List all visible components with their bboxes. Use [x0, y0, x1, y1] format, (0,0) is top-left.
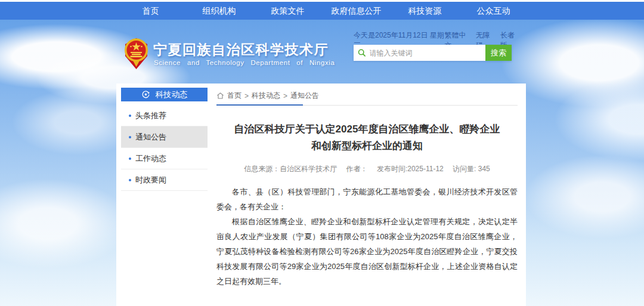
circular-arrow-star-icon — [141, 90, 150, 99]
cloud-decoration — [555, 78, 644, 161]
site-subtitle-english: Science and Technology Department of Nin… — [154, 59, 335, 66]
sidebar-item-label: 头条推荐 — [135, 110, 166, 121]
article-body: 各市、县（区）科技管理部门，宁东能源化工基地管委会，银川经济技术开发区管委会，各… — [216, 184, 518, 289]
sidebar-item-label: 工作动态 — [135, 153, 166, 164]
breadcrumb-divider — [216, 105, 518, 106]
sidebar: 科技动态 头条推荐 通知公告 工作动态 时政要闻 — [121, 88, 208, 191]
nav-item-gov-info[interactable]: 政府信息公开 — [322, 2, 391, 20]
nav-item-home[interactable]: 首页 — [116, 2, 185, 20]
sidebar-list: 头条推荐 通知公告 工作动态 时政要闻 — [121, 105, 208, 191]
breadcrumb-separator: > — [283, 92, 287, 100]
meta-source: 信息来源：自治区科学技术厅 — [244, 165, 337, 173]
meta-author: 作者： — [346, 165, 368, 173]
search-bar: 搜索 — [354, 45, 512, 61]
nav-item-policy[interactable]: 政策文件 — [253, 2, 322, 20]
sidebar-title: 科技动态 — [156, 89, 188, 100]
breadcrumb-tech-dynamics[interactable]: 科技动态 — [252, 91, 280, 101]
sidebar-item-label: 时政要闻 — [135, 175, 166, 186]
meta-views: 访问量: 345 — [453, 165, 490, 173]
breadcrumb: 首页 > 科技动态 > 通知公告 — [216, 84, 518, 101]
breadcrumb-notices[interactable]: 通知公告 — [290, 91, 319, 101]
page: 首页 组织机构 政策文件 政府信息公开 科技资源 公众互动 宁夏回族自治区科学技… — [0, 0, 644, 306]
home-icon — [216, 92, 224, 100]
content-panel: 科技动态 头条推荐 通知公告 工作动态 时政要闻 — [116, 84, 526, 306]
bullet-icon — [129, 115, 131, 117]
sidebar-item-notices[interactable]: 通知公告 — [121, 126, 208, 148]
meta-publish-time: 发布时间:2025-11-12 — [377, 165, 444, 173]
nav-items: 首页 组织机构 政策文件 政府信息公开 科技资源 公众互动 — [116, 2, 528, 20]
bullet-icon — [129, 136, 131, 138]
sidebar-header: 科技动态 — [121, 88, 208, 101]
search-input[interactable] — [370, 49, 481, 57]
national-emblem-logo — [123, 36, 150, 70]
breadcrumb-home[interactable]: 首页 — [227, 91, 242, 101]
sidebar-item-headlines[interactable]: 头条推荐 — [121, 105, 208, 126]
nav-item-organization[interactable]: 组织机构 — [185, 2, 253, 20]
nav-item-resources[interactable]: 科技资源 — [391, 2, 459, 20]
search-icon — [358, 48, 366, 57]
article-title-line2: 和创新型标杆企业的通知 — [216, 138, 518, 154]
sidebar-item-label: 通知公告 — [135, 132, 166, 143]
top-navigation-bar: 首页 组织机构 政策文件 政府信息公开 科技资源 公众互动 — [0, 2, 644, 20]
article-meta: 信息来源：自治区科学技术厅 作者： 发布时间:2025-11-12 访问量: 3… — [216, 164, 518, 174]
site-title: 宁夏回族自治区科学技术厅 — [153, 41, 329, 59]
main-column: 首页 > 科技动态 > 通知公告 自治区科技厅关于认定2025年度自治区雏鹰企业… — [216, 84, 518, 306]
search-input-wrap — [354, 45, 485, 61]
sidebar-item-current-politics[interactable]: 时政要闻 — [121, 169, 208, 191]
search-button[interactable]: 搜索 — [485, 45, 512, 61]
cloud-decoration — [525, 155, 644, 239]
article-paragraph: 各市、县（区）科技管理部门，宁东能源化工基地管委会，银川经济技术开发区管委会，各… — [216, 184, 518, 214]
article-title: 自治区科技厅关于认定2025年度自治区雏鹰企业、瞪羚企业 和创新型标杆企业的通知 — [216, 121, 518, 154]
nav-item-interaction[interactable]: 公众互动 — [459, 2, 528, 20]
bullet-icon — [129, 157, 131, 160]
sidebar-item-work-dynamics[interactable]: 工作动态 — [121, 148, 208, 169]
breadcrumb-separator: > — [244, 92, 249, 100]
cloud-decoration — [0, 179, 131, 268]
article-title-line1: 自治区科技厅关于认定2025年度自治区雏鹰企业、瞪羚企业 — [216, 121, 518, 138]
bullet-icon — [129, 179, 131, 181]
article-paragraph: 根据自治区雏鹰企业、瞪羚企业和创新型标杆企业认定管理有关规定，决定认定半亩良人农… — [216, 214, 518, 289]
